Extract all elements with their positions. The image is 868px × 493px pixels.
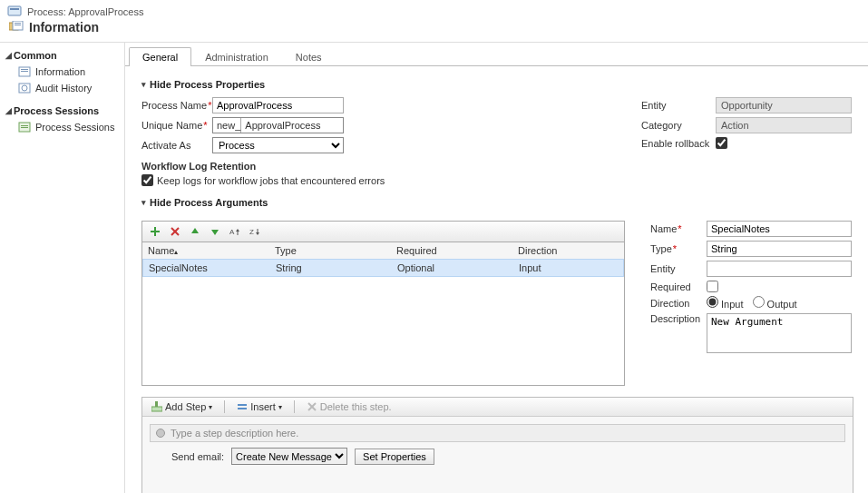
step-action-label: Send email: [171, 451, 224, 462]
window-header: Process: ApprovalProcess Information [0, 0, 868, 43]
col-required[interactable]: Required [396, 245, 518, 256]
entity-value: Opportunity [716, 97, 852, 113]
row-type: String [276, 262, 397, 273]
process-properties-right: Entity Opportunity Category Action Enabl… [641, 97, 861, 153]
arg-entity-label: Entity [650, 263, 707, 274]
arg-description-label: Description [650, 313, 707, 324]
context-line: Process: ApprovalProcess [27, 6, 143, 17]
arg-type-label: Type* [650, 243, 707, 254]
sessions-icon [18, 121, 31, 133]
svg-marker-18 [191, 228, 199, 233]
svg-marker-24 [256, 232, 259, 235]
row-required: Optional [397, 262, 519, 273]
page-title: Information [29, 20, 99, 35]
process-name-label: Process Name* [141, 100, 212, 111]
nav-item-audit-history[interactable]: Audit History [5, 80, 119, 96]
rollback-label: Enable rollback [641, 138, 716, 149]
step-bullet-icon [156, 429, 165, 438]
svg-rect-28 [238, 404, 247, 406]
svg-rect-4 [15, 23, 21, 24]
svg-marker-19 [211, 230, 219, 235]
enable-rollback-checkbox[interactable] [716, 137, 727, 149]
svg-rect-1 [10, 8, 19, 10]
activate-as-label: Activate As [141, 140, 212, 151]
sort-desc-button[interactable]: Z [248, 224, 262, 239]
step-action-select[interactable]: Create New Message [231, 448, 347, 465]
sort-asc-button[interactable]: A [228, 224, 242, 239]
set-properties-button[interactable]: Set Properties [355, 449, 434, 465]
category-label: Category [641, 120, 716, 131]
col-type[interactable]: Type [275, 245, 396, 256]
arg-entity-input[interactable] [707, 261, 852, 277]
args-grid-body: SpecialNotes String Optional Input [141, 259, 625, 386]
unique-name-input[interactable]: new_ ApprovalProcess [212, 117, 344, 133]
args-grid-row[interactable]: SpecialNotes String Optional Input [142, 259, 624, 277]
step-designer: Add Step ▾ Insert ▾ Delete this step. [141, 397, 853, 493]
arg-description-textarea[interactable] [707, 313, 852, 353]
arg-name-input[interactable] [707, 221, 852, 237]
svg-rect-25 [258, 229, 258, 232]
nav-heading-common[interactable]: ◢ Common [5, 50, 119, 61]
tab-general[interactable]: General [129, 47, 191, 66]
unique-name-label: Unique Name* [141, 120, 212, 131]
delete-step-button[interactable]: Delete this step. [303, 400, 395, 413]
arg-type-input[interactable] [707, 241, 852, 257]
col-direction[interactable]: Direction [518, 245, 619, 256]
nav-item-information[interactable]: Information [5, 64, 119, 80]
dropdown-icon: ▾ [209, 403, 212, 411]
entity-label: Entity [641, 100, 716, 111]
sidebar: ◢ Common Information Audit History ◢ Pro… [0, 43, 125, 493]
step-action-row: Send email: Create New Message Set Prope… [150, 448, 845, 465]
add-step-button[interactable]: Add Step ▾ [148, 400, 216, 413]
args-toolbar: A Z [141, 221, 625, 242]
activate-as-select[interactable]: Process [212, 137, 344, 153]
caret-icon: ◢ [5, 51, 12, 60]
process-icon [7, 5, 22, 18]
svg-rect-13 [21, 127, 28, 128]
keep-logs-checkbox[interactable] [141, 174, 153, 186]
svg-rect-15 [151, 231, 160, 232]
tab-notes[interactable]: Notes [282, 47, 336, 66]
arg-required-checkbox[interactable] [707, 281, 718, 292]
step-description-row[interactable]: Type a step description here. [150, 424, 845, 442]
section-title: Hide Process Arguments [150, 197, 268, 208]
direction-output-radio[interactable]: Output [753, 296, 797, 310]
caret-down-icon: ▾ [141, 198, 146, 207]
separator [224, 400, 225, 413]
tab-administration[interactable]: Administration [191, 47, 282, 66]
nav-heading-process-sessions[interactable]: ◢ Process Sessions [5, 105, 119, 116]
delete-icon [307, 401, 317, 412]
move-up-button[interactable] [188, 224, 202, 239]
unique-name-value: ApprovalProcess [241, 120, 324, 131]
svg-rect-22 [238, 232, 239, 235]
audit-icon [18, 82, 31, 94]
arg-name-label: Name* [650, 223, 707, 234]
move-down-button[interactable] [208, 224, 222, 239]
add-arg-button[interactable] [148, 224, 162, 239]
nav-heading-label: Common [14, 50, 57, 61]
nav-item-process-sessions[interactable]: Process Sessions [5, 119, 119, 135]
svg-rect-12 [21, 125, 28, 126]
svg-rect-26 [151, 407, 162, 411]
svg-rect-27 [155, 401, 158, 407]
insert-icon [237, 401, 248, 412]
section-process-properties[interactable]: ▾ Hide Process Properties [141, 79, 861, 90]
section-process-arguments[interactable]: ▾ Hide Process Arguments [141, 197, 861, 208]
arg-direction-label: Direction [650, 298, 707, 309]
svg-rect-0 [8, 6, 21, 15]
nav-heading-label: Process Sessions [14, 105, 99, 116]
svg-rect-5 [15, 25, 21, 25]
information-icon [9, 21, 24, 34]
information-icon [18, 65, 31, 78]
delete-arg-button[interactable] [168, 224, 182, 239]
unique-name-prefix: new_ [213, 118, 241, 133]
tab-strip: General Administration Notes [125, 46, 868, 66]
step-description-placeholder: Type a step description here. [171, 428, 298, 439]
insert-button[interactable]: Insert ▾ [233, 400, 286, 413]
svg-marker-21 [236, 229, 239, 232]
col-name[interactable]: Name▴ [148, 245, 275, 256]
process-name-input[interactable] [212, 97, 344, 113]
direction-input-radio[interactable]: Input [707, 296, 744, 310]
arg-form: Name* Type* Entity Required [650, 221, 861, 386]
caret-down-icon: ▾ [141, 80, 146, 89]
